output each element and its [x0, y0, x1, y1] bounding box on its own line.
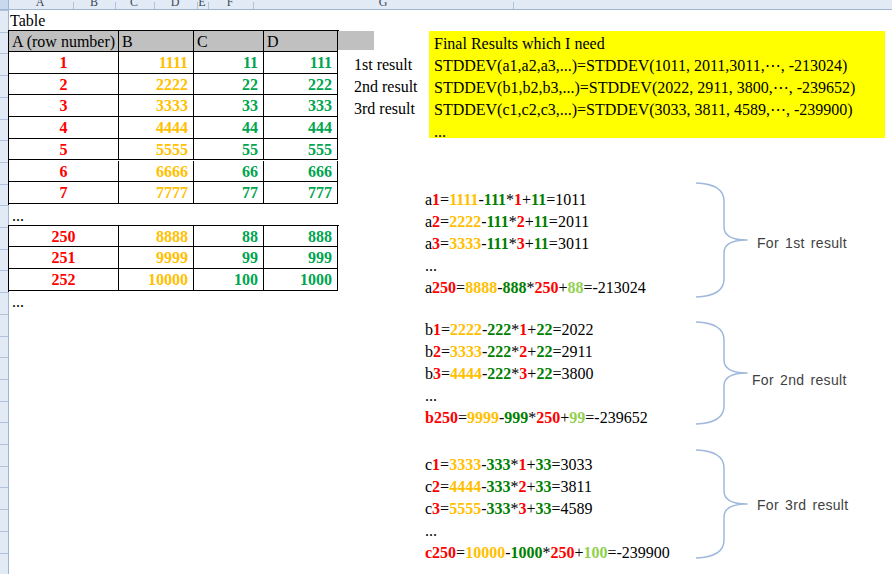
derivation-label: For 1st result	[757, 235, 847, 251]
table-cell[interactable]: 6	[9, 161, 119, 183]
formula-segment: 33	[536, 456, 552, 473]
table-gap-ellipsis[interactable]: ...	[12, 205, 24, 226]
derivation-line[interactable]: a1=1111-111*1+11=1011	[425, 189, 725, 211]
formula-segment: 111	[486, 235, 508, 252]
row-divider	[0, 336, 8, 337]
table-header-cell[interactable]: C	[194, 31, 264, 52]
column-header[interactable]: F	[222, 0, 238, 10]
formula-segment: +	[526, 478, 535, 495]
derivation-line[interactable]: a2=2222-111*2+11=2011	[425, 211, 725, 233]
table-cell[interactable]: 4444	[119, 117, 194, 139]
derivation-line[interactable]: ...	[425, 520, 725, 542]
row-divider	[0, 140, 8, 141]
row-divider	[0, 553, 8, 554]
column-header[interactable]: D	[167, 0, 183, 10]
table-cell[interactable]: 1111	[119, 52, 194, 74]
results-panel[interactable]: Final Results which I needSTDDEV(a1,a2,a…	[429, 31, 885, 138]
column-header[interactable]: B	[86, 0, 102, 10]
data-table: A (row number)BCD11111111112222222222333…	[8, 30, 339, 205]
table-cell[interactable]: 7	[9, 182, 119, 204]
formula-segment: 11	[534, 213, 549, 230]
table-cell[interactable]: 1	[9, 52, 119, 74]
derivation-line[interactable]: a3=3333-111*3+11=3011	[425, 233, 725, 255]
derivation-line[interactable]: b250=9999-999*250+99=-239652	[425, 407, 725, 429]
header-spill-cell	[338, 31, 374, 50]
derivation-line[interactable]: b3=4444-222*3+22=3800	[425, 363, 725, 385]
formula-segment: +	[522, 191, 531, 208]
table-cell[interactable]: 10000	[119, 269, 194, 291]
derivation-line[interactable]: c250=10000-1000*250+100=-239900	[425, 542, 725, 564]
table-cell[interactable]: 22	[194, 74, 264, 96]
derivation-line[interactable]: c3=5555-333*3+33=4589	[425, 498, 725, 520]
table-cell[interactable]: 9999	[119, 247, 194, 269]
row-divider	[0, 162, 8, 163]
derivation-line[interactable]: c2=4444-333*2+33=3811	[425, 476, 725, 498]
table-cell[interactable]: 5	[9, 139, 119, 161]
row-divider	[0, 444, 8, 445]
table-cell[interactable]: 999	[264, 247, 338, 269]
table-cell[interactable]: 77	[194, 182, 264, 204]
row-divider	[0, 270, 8, 271]
table-cell[interactable]: 5555	[119, 139, 194, 161]
table-cell[interactable]: 555	[264, 139, 338, 161]
table-cell[interactable]: 252	[9, 269, 119, 291]
table-cell[interactable]: 33	[194, 95, 264, 117]
table-cell[interactable]: 44	[194, 117, 264, 139]
column-header[interactable]: C	[126, 0, 142, 10]
select-all-corner[interactable]	[0, 0, 9, 10]
formula-segment: =3033	[552, 456, 593, 473]
formula-segment: 2222	[449, 213, 481, 230]
formula-segment: =-239900	[608, 544, 670, 561]
result-formula-line[interactable]: STDDEV(a1,a2,a3,...)=STDDEV(1011, 2011,3…	[434, 55, 847, 77]
derivation-line[interactable]: b2=3333-222*2+22=2911	[425, 341, 725, 363]
table-cell[interactable]: 888	[264, 226, 338, 248]
table-cell[interactable]: 8888	[119, 226, 194, 248]
formula-segment: ...	[425, 257, 437, 274]
column-header-strip[interactable]: ABCDEFG	[0, 0, 892, 10]
derivation-line[interactable]: ...	[425, 255, 725, 277]
derivation-line[interactable]: a250=8888-888*250+88=-213024	[425, 277, 725, 299]
table-cell[interactable]: 3333	[119, 95, 194, 117]
derivation-line[interactable]: ...	[425, 385, 725, 407]
table-cell[interactable]: 444	[264, 117, 338, 139]
table-cell[interactable]: 100	[194, 269, 264, 291]
table-header-cell[interactable]: B	[119, 31, 194, 52]
table-cell[interactable]: 55	[194, 139, 264, 161]
table-cell[interactable]: 99	[194, 247, 264, 269]
column-header[interactable]: A	[32, 0, 48, 10]
table-cell[interactable]: 111	[264, 52, 338, 74]
table-cell[interactable]: 333	[264, 95, 338, 117]
table-cell[interactable]: 251	[9, 247, 119, 269]
table-cell[interactable]: 666	[264, 161, 338, 183]
result-formula-line[interactable]: STDDEV(c1,c2,c3,...)=STDDEV(3033, 3811, …	[434, 99, 853, 121]
table-cell[interactable]: 6666	[119, 161, 194, 183]
column-header[interactable]: G	[375, 0, 391, 10]
result-formula-line[interactable]: STDDEV(b1,b2,b3,...)=STDDEV(2022, 2911, …	[434, 77, 855, 99]
derivation-group: a1=1111-111*1+11=1011a2=2222-111*2+11=20…	[425, 189, 725, 299]
sheet-title[interactable]: Table	[10, 12, 45, 30]
table-header-cell[interactable]: A (row number)	[9, 31, 119, 52]
table-cell[interactable]: 11	[194, 52, 264, 74]
derivation-line[interactable]: b1=2222-222*1+22=2022	[425, 319, 725, 341]
table-cell[interactable]: 7777	[119, 182, 194, 204]
row-divider	[0, 531, 8, 532]
formula-segment: 22	[536, 365, 552, 382]
formula-segment: +	[574, 544, 583, 561]
derivation-line[interactable]: c1=3333-333*1+33=3033	[425, 454, 725, 476]
table-header-cell[interactable]: D	[264, 31, 338, 52]
formula-segment: 100	[584, 544, 608, 561]
table-cell[interactable]: 66	[194, 161, 264, 183]
table-cell[interactable]: 2222	[119, 74, 194, 96]
row-divider	[0, 10, 8, 11]
table-cell[interactable]: 1000	[264, 269, 338, 291]
table-cell[interactable]: 88	[194, 226, 264, 248]
table-cell[interactable]: 3	[9, 95, 119, 117]
table-cell[interactable]: 250	[9, 226, 119, 248]
table-cell[interactable]: 222	[264, 74, 338, 96]
table-end-ellipsis[interactable]: ...	[12, 291, 24, 312]
formula-segment: =-239652	[585, 409, 647, 426]
table-cell[interactable]: 2	[9, 74, 119, 96]
table-cell[interactable]: 777	[264, 182, 338, 204]
table-cell[interactable]: 4	[9, 117, 119, 139]
results-more-ellipsis[interactable]: ...	[434, 121, 446, 143]
